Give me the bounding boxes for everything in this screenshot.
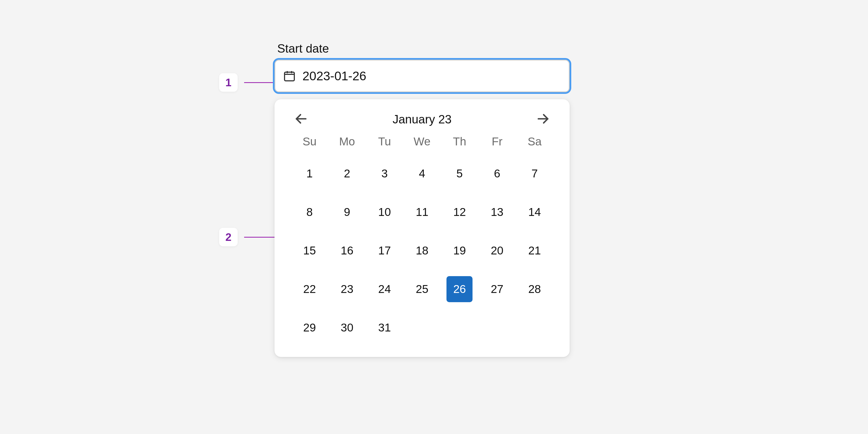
date-picker: Start date 2023-01-26 January 23 [275,42,569,357]
calendar-day[interactable]: 28 [522,276,548,302]
calendar-day[interactable]: 3 [372,161,398,187]
weekday-header: We [414,135,431,148]
calendar-day[interactable]: 12 [446,199,472,225]
calendar-day[interactable]: 13 [484,199,510,225]
weekday-header: Su [303,135,316,148]
calendar-day[interactable]: 2 [334,161,360,187]
calendar-day[interactable]: 24 [372,276,398,302]
calendar-day[interactable]: 30 [334,315,360,341]
calendar-day[interactable]: 25 [409,276,435,302]
annotation-1-marker: 1 [219,73,238,92]
prev-month-button[interactable] [294,112,308,127]
calendar-header: January 23 [291,112,553,135]
calendar-day[interactable]: 4 [409,161,435,187]
calendar-day[interactable]: 10 [372,199,398,225]
calendar-day[interactable]: 29 [297,315,322,341]
calendar-day[interactable]: 22 [297,276,322,302]
weekday-header: Fr [492,135,503,148]
calendar-month-label[interactable]: January 23 [393,113,452,126]
calendar-day[interactable]: 11 [409,199,435,225]
calendar-day[interactable]: 7 [522,161,548,187]
calendar-day[interactable]: 14 [522,199,548,225]
calendar-day[interactable]: 16 [334,238,360,264]
weekday-header: Tu [378,135,391,148]
calendar-grid: Su Mo Tu We Th Fr Sa 1 2 3 4 5 6 7 8 9 1… [291,135,553,341]
calendar-day[interactable]: 31 [372,315,398,341]
calendar-day[interactable]: 27 [484,276,510,302]
calendar-day[interactable]: 9 [334,199,360,225]
svg-rect-0 [284,72,294,81]
calendar-day[interactable]: 17 [372,238,398,264]
calendar-day[interactable]: 5 [446,161,472,187]
arrow-right-icon [536,112,550,127]
annotation-1-number: 1 [225,76,231,89]
calendar-icon[interactable] [283,69,296,83]
calendar-popup: January 23 Su Mo Tu We Th Fr Sa 1 2 3 4 [275,99,569,357]
calendar-day[interactable]: 18 [409,238,435,264]
calendar-day[interactable]: 15 [297,238,322,264]
calendar-day[interactable]: 8 [297,199,322,225]
weekday-header: Mo [339,135,355,148]
next-month-button[interactable] [536,112,550,127]
calendar-day[interactable]: 6 [484,161,510,187]
annotation-2-number: 2 [225,231,231,243]
annotation-2-marker: 2 [219,228,238,246]
field-label: Start date [277,42,569,55]
calendar-day[interactable]: 21 [522,238,548,264]
calendar-day[interactable]: 19 [446,238,472,264]
date-input-value: 2023-01-26 [303,69,366,83]
calendar-day[interactable]: 1 [297,161,322,187]
weekday-header: Sa [528,135,541,148]
date-input[interactable]: 2023-01-26 [275,60,569,92]
arrow-left-icon [294,112,308,127]
calendar-day[interactable]: 20 [484,238,510,264]
calendar-day[interactable]: 23 [334,276,360,302]
calendar-day[interactable]: 26 [446,276,472,302]
weekday-header: Th [453,135,466,148]
